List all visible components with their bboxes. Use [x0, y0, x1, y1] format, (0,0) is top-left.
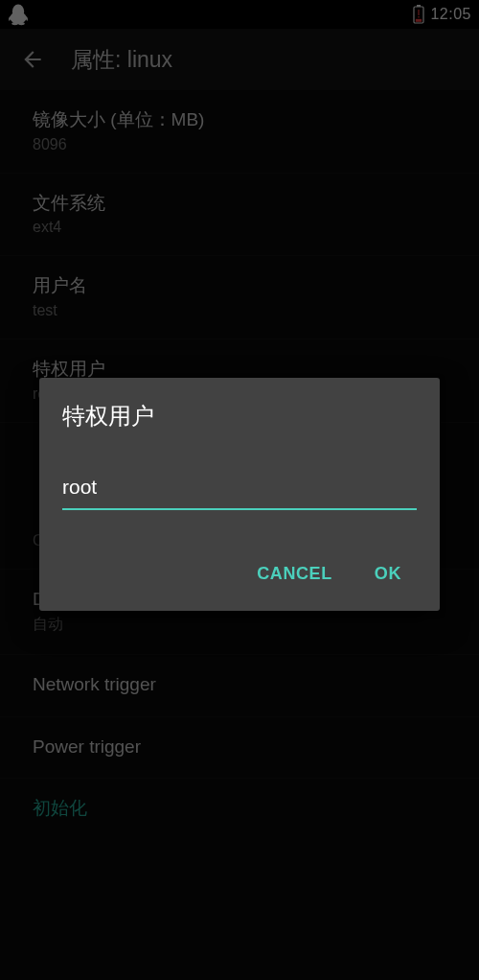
dialog-title: 特权用户: [62, 401, 417, 432]
cancel-button[interactable]: CANCEL: [251, 556, 338, 592]
ok-button[interactable]: OK: [369, 556, 407, 592]
dialog-actions: CANCEL OK: [62, 556, 417, 599]
priv-user-dialog: 特权用户 CANCEL OK: [39, 378, 440, 611]
priv-user-input[interactable]: [62, 470, 417, 510]
dialog-input-wrap: [62, 470, 417, 510]
